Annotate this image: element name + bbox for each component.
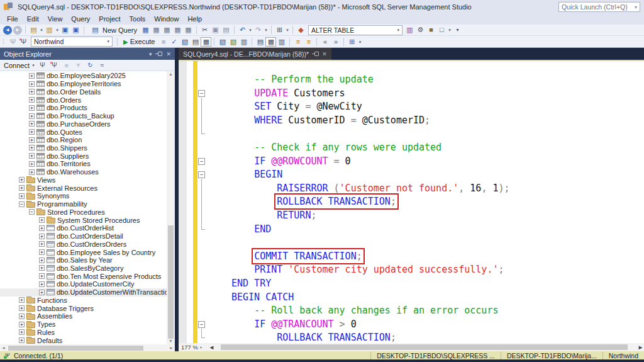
save-all-icon[interactable]: ▣ (70, 25, 81, 35)
tree-item[interactable]: +Functions (0, 297, 175, 305)
chevron-down-icon[interactable]: ▾ (107, 39, 109, 44)
expander-icon[interactable]: + (39, 217, 45, 223)
scroll-down-icon[interactable]: ▼ (167, 338, 175, 344)
expander-icon[interactable]: + (19, 322, 25, 327)
new-project-dropdown-icon[interactable]: ▾ (39, 25, 44, 35)
object-explorer-header[interactable]: Object Explorer ▾ ✕ (0, 48, 175, 60)
query-options-icon[interactable]: ▤ (190, 37, 201, 47)
tree-item[interactable]: +dbo.PurchaseOrders (0, 120, 175, 128)
menu-help[interactable]: Help (183, 14, 206, 25)
expander-icon[interactable]: + (39, 290, 45, 295)
editor-horizontal-scrollbar[interactable] (217, 343, 635, 351)
tree-item[interactable]: +dbo.Suppliers (0, 152, 175, 160)
save-icon[interactable]: ▣ (60, 25, 70, 35)
execute-button[interactable]: ▶ Execute (120, 38, 158, 45)
results-to-grid-icon[interactable]: ▦ (265, 37, 276, 47)
tree-item[interactable]: +dbo.Employee Sales by Country (0, 248, 175, 256)
properties-dropdown-icon[interactable]: ▾ (447, 25, 452, 35)
expander-icon[interactable]: + (19, 305, 25, 311)
expander-icon[interactable]: + (29, 81, 35, 87)
menu-project[interactable]: Project (94, 14, 125, 25)
tree-item[interactable]: +dbo.UpdateCustomerCity (0, 280, 175, 288)
tree-item[interactable]: +dbo.Products (0, 104, 175, 112)
navigate-forward-icon[interactable]: ► (13, 26, 22, 35)
scroll-left-icon[interactable]: ◄ (0, 346, 7, 350)
menu-file[interactable]: File (3, 14, 23, 25)
pin-icon[interactable] (155, 51, 162, 57)
expander-icon[interactable]: + (39, 265, 45, 271)
undo-dropdown-icon[interactable]: ▾ (248, 25, 253, 35)
fold-marker-icon[interactable]: − (198, 171, 205, 178)
refresh-icon[interactable]: ↻ (85, 60, 96, 70)
menu-query[interactable]: Query (67, 14, 94, 25)
tree-item[interactable]: +dbo.CustOrderHist (0, 224, 175, 232)
connect-menu-button[interactable]: Connect (4, 62, 30, 69)
analysis-mdx-query-icon[interactable]: ▦ (151, 25, 162, 35)
connect-icon[interactable]: Ψ (8, 37, 18, 47)
chevron-down-icon[interactable]: ▾ (200, 345, 202, 349)
scroll-up-icon[interactable]: ▲ (167, 71, 175, 77)
expander-icon[interactable]: + (29, 129, 35, 135)
chevron-down-icon[interactable]: ▾ (397, 28, 400, 33)
toolbar2-overflow-icon[interactable]: ▾ (357, 37, 362, 47)
navigate-back-icon[interactable]: ◄ (3, 26, 12, 35)
scroll-right-icon[interactable]: ► (168, 346, 175, 350)
expander-icon[interactable]: − (29, 209, 35, 215)
expander-icon[interactable]: + (19, 337, 25, 343)
live-query-stats-icon[interactable]: ▧ (228, 37, 238, 47)
fold-marker-icon[interactable]: − (198, 90, 205, 97)
sqlcmd-mode-icon[interactable]: ▦ (183, 25, 194, 35)
client-stats-icon[interactable]: ▥ (238, 37, 249, 47)
tree-item[interactable]: −Programmability (0, 200, 175, 208)
tree-item[interactable]: +Views (0, 176, 175, 184)
tree-item[interactable]: +dbo.Territories (0, 160, 175, 168)
scroll-thumb[interactable] (8, 346, 143, 351)
expander-icon[interactable]: + (19, 185, 25, 191)
expander-icon[interactable]: + (29, 153, 35, 159)
sql-text-combo[interactable]: ALTER TABLE ▾ (308, 25, 402, 35)
tree-item[interactable]: +dbo.Shippers (0, 144, 175, 152)
script-options-dropdown-icon[interactable]: ▾ (285, 25, 290, 35)
expander-icon[interactable]: + (39, 281, 45, 287)
results-to-file-icon[interactable]: ▥ (276, 37, 287, 47)
script-options-icon[interactable]: ⊞ (274, 25, 285, 35)
expander-icon[interactable]: + (19, 193, 25, 199)
tree-item[interactable]: +dbo.Quotes (0, 128, 175, 136)
scroll-left-icon[interactable]: ◄ (208, 344, 215, 351)
tree-item[interactable]: +External Resources (0, 184, 175, 192)
intellisense-enabled-icon[interactable]: ▦ (201, 37, 211, 47)
cut-icon[interactable]: ✂ (199, 25, 210, 35)
results-to-text-icon[interactable]: ▤ (255, 37, 265, 47)
sql-window-icon[interactable]: ▥ (404, 25, 415, 35)
expander-icon[interactable]: + (29, 89, 35, 94)
new-project-icon[interactable]: ▤ (28, 25, 39, 35)
quick-launch-input[interactable]: Quick Launch (Ctrl+Q) ▾ (558, 2, 640, 12)
tree-item[interactable]: +Database Triggers (0, 304, 175, 312)
tree-item[interactable]: +System Stored Procedures (0, 216, 175, 224)
menu-window[interactable]: Window (150, 14, 183, 25)
open-file-icon[interactable]: ▥ (44, 25, 55, 35)
redo-dropdown-icon[interactable]: ▾ (264, 25, 269, 35)
tree-item[interactable]: +Rules (0, 329, 175, 337)
expander-icon[interactable]: + (19, 177, 25, 183)
expander-icon[interactable]: + (29, 145, 35, 150)
properties-window-icon[interactable]: □ (436, 25, 447, 35)
chevron-down-icon[interactable]: ▾ (635, 4, 637, 10)
tab-sqlquery4[interactable]: SQLQuery4.sql - DE...FBDO\Marijan (58))*… (179, 48, 331, 60)
change-connection-icon[interactable]: Ψ (18, 37, 29, 47)
expander-icon[interactable]: + (19, 314, 25, 319)
menu-edit[interactable]: Edit (23, 14, 43, 25)
toolbox-icon[interactable]: ■ (426, 25, 436, 35)
database-combo[interactable]: Northwind ▾ (31, 37, 113, 47)
tree-item[interactable]: +Types (0, 320, 175, 329)
uncomment-icon[interactable]: ≡ (303, 37, 314, 47)
tree-item[interactable]: +dbo.Orders (0, 96, 175, 104)
wrench-icon[interactable]: ⚙ (415, 25, 426, 35)
expander-icon[interactable]: + (39, 225, 45, 231)
expander-icon[interactable]: + (39, 273, 45, 279)
fold-marker-icon[interactable]: − (198, 158, 205, 165)
actual-plan-icon[interactable]: ▧ (217, 37, 228, 47)
tree-item[interactable]: +dbo.SalesByCategory (0, 264, 175, 273)
expander-icon[interactable]: + (39, 234, 45, 239)
undo-icon[interactable]: ↶ (237, 25, 248, 35)
